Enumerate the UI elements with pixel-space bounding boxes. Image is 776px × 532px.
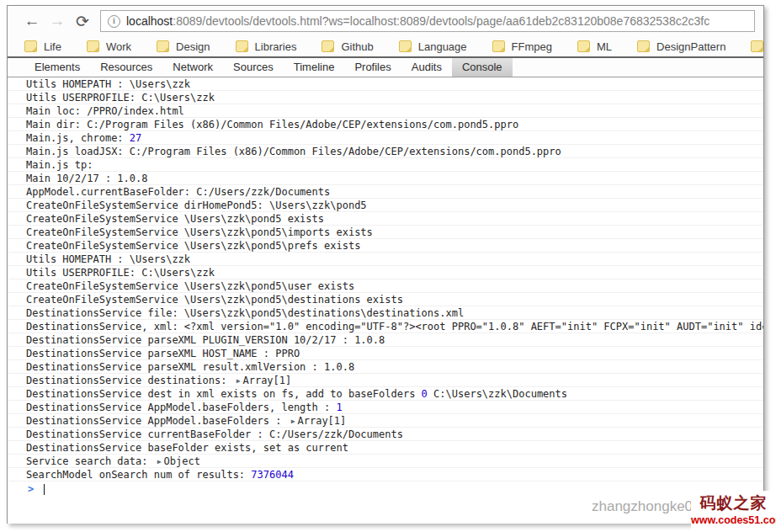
tab-network[interactable]: Network: [162, 58, 223, 77]
console-log-row: Main dir: C:/Program Files (x86)/Common …: [8, 118, 763, 131]
site-logo: 码蚁之家 www.codes51.com: [691, 491, 776, 532]
console-text: Main dir: C:/Program Files (x86)/Common …: [26, 119, 518, 130]
console-log-row: DestinationsService currentBaseFolder : …: [8, 428, 763, 441]
bookmark-item[interactable]: DesignPattern: [637, 40, 726, 53]
screenshot-stage: ← → ⟳ i localhost:8089/devtools/devtools…: [0, 0, 776, 532]
console-output[interactable]: Utils HOMEPATH : \Users\zzkUtils USERPRO…: [8, 77, 763, 524]
url-text[interactable]: localhost:8089/devtools/devtools.html?ws…: [126, 14, 710, 28]
browser-window: ← → ⟳ i localhost:8089/devtools/devtools…: [7, 5, 764, 524]
bookmark-label: FFmpeg: [512, 40, 552, 53]
console-text: Service search data:: [26, 455, 154, 467]
console-log-row: AppModel.currentBaseFolder: C:/Users/zzk…: [8, 185, 763, 199]
console-text: CreateOnFileSystemService \Users\zzk\pon…: [26, 280, 354, 292]
console-text: CreateOnFileSystemService \Users\zzk\pon…: [26, 240, 360, 252]
tab-timeline[interactable]: Timeline: [284, 58, 345, 77]
console-log-row: CreateOnFileSystemService \Users\zzk\pon…: [8, 279, 763, 293]
console-log-row: Main.js, chrome: 27: [8, 131, 763, 145]
bookmark-folder-icon: [157, 40, 169, 52]
tab-audits[interactable]: Audits: [401, 58, 452, 77]
tab-elements[interactable]: Elements: [24, 58, 90, 77]
console-text: C:\Users\zzk\Documents: [428, 388, 567, 400]
bookmark-folder-icon: [24, 40, 37, 52]
console-text: Utils USERPROFILE: C:\Users\zzk: [26, 267, 215, 279]
tab-sources[interactable]: Sources: [223, 58, 284, 77]
console-text: DestinationsService parseXML result.xmlV…: [26, 361, 354, 373]
bookmark-item[interactable]: Github: [322, 40, 373, 53]
bookmark-item[interactable]: Life: [24, 40, 61, 53]
bookmark-label: Github: [341, 40, 373, 53]
disclosure-triangle-icon[interactable]: ▶: [291, 415, 295, 428]
bookmark-folder-icon: [236, 40, 248, 52]
bookmark-folder-icon: [751, 40, 763, 52]
console-text: Main.js, chrome:: [26, 132, 130, 144]
console-log-row: DestinationsService parseXML HOST_NAME :…: [8, 347, 763, 360]
bookmark-label: Language: [418, 40, 467, 53]
object-preview[interactable]: Object: [164, 455, 200, 467]
url-path: :8089/devtools/devtools.html?ws=localhos…: [173, 14, 710, 28]
console-log-row: Utils HOMEPATH : \Users\zzk: [8, 77, 763, 91]
disclosure-triangle-icon[interactable]: ▶: [157, 455, 162, 468]
bookmark-label: Life: [44, 40, 61, 53]
bookmark-item[interactable]: Design: [157, 40, 210, 53]
console-number: 0: [422, 388, 428, 400]
console-text: DestinationsService parseXML PLUGIN_VERS…: [26, 334, 385, 346]
console-log-row: DestinationsService, xml: <?xml version=…: [8, 320, 763, 333]
tab-resources[interactable]: Resources: [90, 58, 162, 77]
devtools-tabbar: ElementsResourcesNetworkSourcesTimelineP…: [8, 58, 763, 77]
console-prompt-row[interactable]: >: [8, 481, 763, 497]
console-log-row: SearchModel onSearch num of results: 737…: [8, 468, 763, 481]
console-text: DestinationsService currentBaseFolder : …: [26, 428, 403, 440]
info-icon[interactable]: i: [108, 15, 120, 28]
forward-button[interactable]: →: [45, 12, 70, 30]
bookmark-item[interactable]: FFmpeg: [492, 40, 552, 53]
console-log-row: Main loc: /PPRO/index.html: [8, 104, 763, 118]
bookmark-label: Work: [106, 40, 131, 53]
address-bar[interactable]: i localhost:8089/devtools/devtools.html?…: [100, 10, 755, 32]
bookmark-folder-icon: [322, 40, 334, 52]
console-text: DestinationsService, xml: <?xml version=…: [26, 321, 763, 332]
object-preview[interactable]: Array[1]: [242, 375, 291, 386]
console-text: CreateOnFileSystemService \Users\zzk\pon…: [26, 226, 373, 238]
reload-button[interactable]: ⟳: [70, 12, 95, 31]
console-text: DestinationsService AppModel.baseFolders…: [26, 415, 288, 427]
console-log-row: DestinationsService file: \Users\zzk\pon…: [8, 306, 763, 320]
tab-console[interactable]: Console: [452, 58, 513, 77]
console-log-row: DestinationsService parseXML result.xmlV…: [8, 360, 763, 374]
console-log-row: CreateOnFileSystemService \Users\zzk\pon…: [8, 239, 763, 253]
console-log-row: DestinationsService AppModel.baseFolders…: [8, 401, 763, 414]
bookmark-folder-icon: [399, 40, 412, 52]
text-cursor-icon: [44, 484, 45, 495]
tab-profiles[interactable]: Profiles: [344, 58, 401, 77]
watermark-text: zhangzhongke00: [592, 498, 701, 515]
bookmark-item[interactable]: Work: [87, 40, 131, 53]
console-text: DestinationsService parseXML HOST_NAME :…: [26, 348, 300, 359]
console-log-row: Service search data: ▶Object: [8, 455, 763, 468]
bookmark-label: Design: [176, 40, 210, 53]
console-text: Main.js tp:: [26, 159, 93, 171]
console-text: SearchModel onSearch num of results:: [26, 469, 251, 481]
console-log-row: CreateOnFileSystemService \Users\zzk\pon…: [8, 212, 763, 226]
bookmark-item[interactable]: Tools: [751, 40, 763, 53]
console-text: CreateOnFileSystemService dirHomePond5: …: [26, 200, 367, 211]
back-button[interactable]: ←: [19, 12, 45, 30]
site-logo-url: www.codes51.com: [691, 514, 776, 526]
console-text: DestinationsService AppModel.baseFolders…: [26, 402, 336, 413]
url-host: localhost: [126, 14, 173, 28]
console-log-row: CreateOnFileSystemService \Users\zzk\pon…: [8, 226, 763, 239]
console-text: CreateOnFileSystemService \Users\zzk\pon…: [26, 294, 403, 306]
console-text: AppModel.currentBaseFolder: C:/Users/zzk…: [26, 186, 330, 198]
console-log-row: Utils HOMEPATH : \Users\zzk: [8, 253, 763, 266]
object-preview[interactable]: Array[1]: [298, 415, 347, 427]
bookmark-item[interactable]: Libraries: [236, 40, 297, 53]
bookmark-item[interactable]: ML: [577, 40, 612, 53]
console-text: DestinationsService destinations:: [26, 375, 233, 386]
site-logo-title: 码蚁之家: [691, 492, 776, 514]
disclosure-triangle-icon[interactable]: ▶: [237, 375, 241, 387]
browser-toolbar: ← → ⟳ i localhost:8089/devtools/devtools…: [8, 6, 763, 36]
console-text: CreateOnFileSystemService \Users\zzk\pon…: [26, 213, 324, 225]
console-log-row: Main.js loadJSX: C:/Program Files (x86)/…: [8, 145, 763, 158]
bookmark-item[interactable]: Language: [399, 40, 467, 53]
bookmark-folder-icon: [577, 40, 590, 52]
bookmark-label: DesignPattern: [656, 40, 726, 53]
console-text: DestinationsService dest in xml exists o…: [26, 388, 422, 400]
